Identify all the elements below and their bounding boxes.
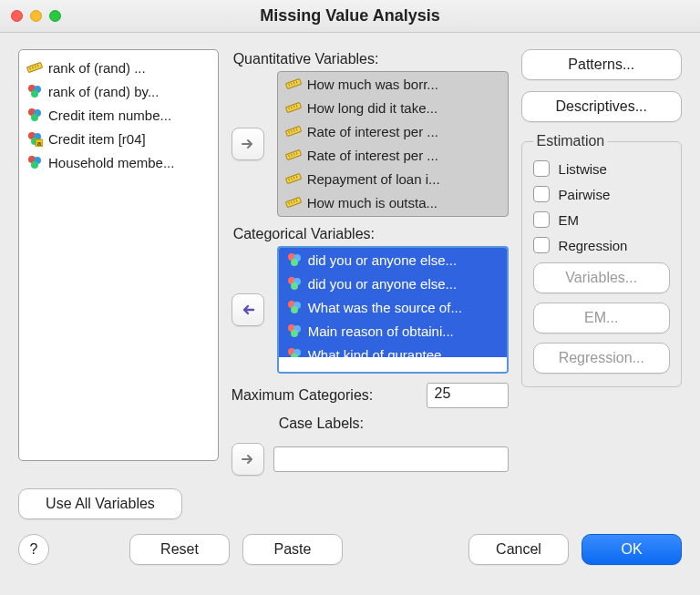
ok-button[interactable]: OK [582,534,682,565]
quantitative-label: Quantitative Variables: [232,49,509,71]
list-item-label: Credit item numbe... [48,108,171,123]
case-labels-input[interactable] [273,446,509,472]
list-item[interactable]: What kind of qurantee... [279,343,507,366]
spheres-icon [26,107,43,123]
list-item[interactable]: did you or anyone else... [279,248,507,272]
list-item-label: did you or anyone else... [308,276,457,292]
list-item[interactable]: Repayment of loan i... [278,167,508,190]
estimation-em-button: EM... [533,303,670,333]
list-item[interactable]: Rate of interest per ... [278,119,508,143]
dialog-title: Missing Value Analysis [0,6,700,26]
spheres-w-icon [286,299,303,315]
list-item-label: What was the source of... [308,300,462,315]
maximum-categories-label: Maximum Categories: [232,387,417,404]
spheres-w-icon [286,251,303,268]
move-to-quantitative-button[interactable] [232,128,264,160]
checkbox-icon [533,211,550,228]
list-item-label: How much was borr... [307,77,438,92]
list-item[interactable]: How much was borr... [278,72,508,96]
list-item[interactable]: rank of (rand) by... [19,79,218,103]
case-labels-label: Case Labels: [277,414,509,436]
scale-icon [285,194,302,210]
use-all-variables-button[interactable]: Use All Variables [18,488,182,519]
spheres-icon [26,154,43,170]
cancel-button[interactable]: Cancel [468,534,569,565]
list-item-label: rank of (rand) by... [48,84,159,99]
titlebar: Missing Value Analysis [0,0,700,33]
arrow-right-icon [240,136,256,152]
list-item-label: How much is outsta... [307,195,438,210]
paste-button[interactable]: Paste [242,534,343,565]
patterns-button[interactable]: Patterns... [521,49,682,80]
list-item[interactable]: did you or anyone else... [279,272,507,295]
list-item-label: How long did it take... [307,100,438,116]
quantitative-variables-list[interactable]: How much was borr...How long did it take… [277,71,509,217]
list-item[interactable]: rank of (rand) ... [19,56,218,79]
estimation-legend: Estimation [533,133,609,149]
pairwise-checkbox[interactable]: Pairwise [533,186,670,202]
arrow-left-icon [240,302,256,318]
list-item[interactable]: Rate of interest per ... [278,143,508,167]
scale-icon [285,123,302,139]
list-item-label: What kind of qurantee... [308,347,453,363]
list-item-label: Credit item [r04] [48,131,146,147]
dialog-footer: ? Reset Paste Cancel OK [0,528,700,578]
list-item-label: Rate of interest per ... [307,124,438,139]
estimation-regression-button: Regression... [533,343,670,374]
em-checkbox[interactable]: EM [533,211,670,228]
list-item[interactable]: Credit item numbe... [19,103,218,127]
source-variables-list[interactable]: rank of (rand) ...rank of (rand) by...Cr… [18,49,219,461]
list-item-label: Rate of interest per ... [307,148,438,163]
checkbox-icon [533,237,550,253]
arrow-right-icon [240,451,256,467]
estimation-group: Estimation Listwise Pairwise EM [521,133,682,387]
spheres-a-icon [26,130,43,147]
scale-icon [285,76,302,92]
regression-checkbox[interactable]: Regression [533,237,670,253]
listwise-checkbox[interactable]: Listwise [533,160,670,177]
estimation-variables-button: Variables... [533,262,670,293]
list-item[interactable]: How long did it take... [278,96,508,119]
reset-button[interactable]: Reset [129,534,230,565]
list-item-label: did you or anyone else... [308,252,457,268]
list-item-label: Repayment of loan i... [307,171,440,187]
spheres-w-icon [286,275,303,292]
scale-icon [285,99,302,116]
spheres-w-icon [286,323,303,339]
scale-icon [285,170,302,187]
list-item[interactable]: What was the source of... [279,295,507,319]
dialog-window: Missing Value Analysis rank of (rand) ..… [0,0,700,578]
help-button[interactable]: ? [18,534,49,565]
list-item-label: Household membe... [48,155,174,170]
list-item-label: rank of (rand) ... [48,60,146,76]
move-to-case-labels-button[interactable] [232,443,264,476]
categorical-variables-list[interactable]: did you or anyone else...did you or anyo… [277,246,509,374]
categorical-label: Categorical Variables: [232,224,509,246]
spheres-icon [26,83,43,99]
maximum-categories-input[interactable]: 25 [427,383,509,408]
checkbox-icon [533,186,550,202]
scale-icon [26,59,43,76]
descriptives-button[interactable]: Descriptives... [521,91,682,122]
list-item-label: Main reason of obtaini... [308,323,454,339]
checkbox-icon [533,160,550,177]
spheres-w-icon [286,346,303,363]
move-from-categorical-button[interactable] [232,293,264,326]
list-item[interactable]: How much is outsta... [278,190,508,214]
list-item[interactable]: Credit item [r04] [19,127,218,150]
scale-icon [285,147,302,163]
list-item[interactable]: Household membe... [19,150,218,174]
list-item[interactable]: Main reason of obtaini... [279,319,507,343]
